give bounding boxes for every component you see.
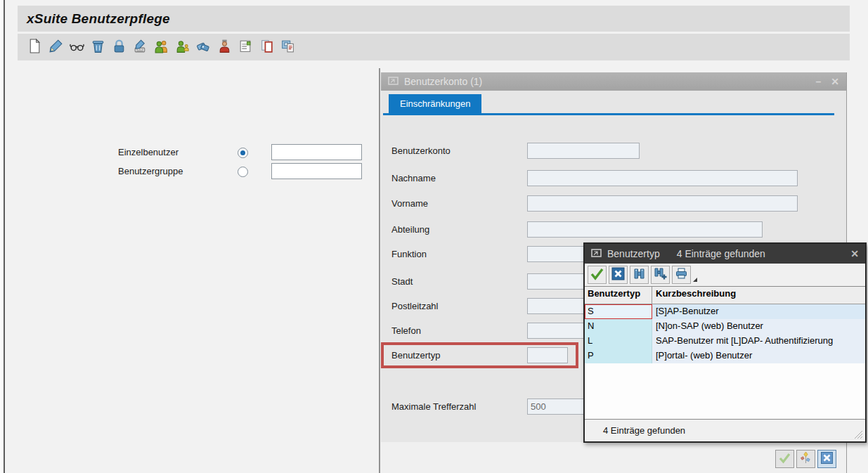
stadt-label: Stadt [391, 276, 413, 287]
nachname-input[interactable] [527, 170, 798, 186]
popup-toolbar [585, 264, 865, 286]
benutzertyp-label: Benutzertyp [391, 350, 440, 361]
einzelbenutzer-input[interactable] [271, 144, 362, 160]
app-titlebar: xSuite Benutzerpflege [18, 6, 850, 32]
benutzergruppe-row: Benutzergruppe [118, 166, 183, 176]
pencil-icon [48, 38, 64, 56]
copy-multiple-icon [280, 38, 296, 56]
table-row-n[interactable]: N [N]on-SAP (web) Benutzer [585, 319, 865, 334]
einzelbenutzer-label: Einzelbenutzer [118, 147, 179, 157]
tags-icon [195, 38, 212, 56]
document-list-button[interactable] [235, 37, 255, 57]
einzelbenutzer-radio[interactable] [238, 148, 248, 158]
find-button[interactable] [630, 266, 649, 284]
cell-desc[interactable]: [N]on-SAP (web) Benutzer [652, 319, 865, 334]
change-password-button[interactable] [130, 37, 150, 57]
display-button[interactable] [67, 37, 86, 57]
popup-close-icon[interactable]: ✕ [850, 248, 859, 259]
ok-check-icon [778, 451, 791, 467]
create-user-button[interactable] [172, 37, 192, 57]
two-users-icon [153, 38, 169, 56]
multiple-selection-icon [799, 451, 812, 467]
benutzergruppe-input[interactable] [271, 163, 362, 179]
copy-multiple-button[interactable] [278, 37, 297, 57]
benutzerkonto-label: Benutzerkonto [391, 145, 451, 156]
funktion-label: Funktion [391, 249, 427, 259]
cell-desc[interactable]: SAP-Benutzer mit [L]DAP- Authentifizieru… [652, 334, 865, 349]
vorname-field-row: Vorname [381, 195, 846, 212]
dialog-titlebar: Benutzerkonto (1) – ✕ [381, 72, 846, 91]
copy-user-button[interactable] [151, 37, 171, 57]
vorname-input[interactable] [527, 195, 798, 212]
benutzergruppe-radio[interactable] [238, 167, 248, 177]
binoculars-plus-icon [653, 266, 668, 283]
popup-cancel-button[interactable] [609, 266, 628, 284]
user-admin-button[interactable] [214, 37, 234, 57]
apply-check-icon [590, 266, 604, 283]
popup-status-bar: 4 Einträge gefunden [585, 420, 865, 441]
popup-window-icon [591, 247, 602, 260]
tab-underline [383, 113, 834, 115]
copy-document-button[interactable] [257, 37, 276, 57]
find-next-button[interactable] [651, 266, 670, 284]
sap-window: xSuite Benutzerpflege Einzelbenutzer Ben… [0, 0, 868, 473]
printer-icon [674, 266, 689, 283]
benutzertyp-table: Benutzertyp Kurzbeschreibung S [S]AP-Ben… [585, 286, 865, 420]
new-document-icon [27, 38, 43, 56]
glasses-icon [69, 38, 85, 56]
cell-typ[interactable]: P [585, 349, 652, 363]
benutzerkonto-input[interactable] [527, 143, 640, 159]
delete-button[interactable] [88, 37, 108, 57]
tags-button[interactable] [193, 37, 213, 57]
lock-button[interactable] [109, 37, 129, 57]
print-button[interactable] [672, 266, 691, 284]
nachname-label: Nachname [391, 173, 436, 183]
popup-title: Benutzertyp [607, 248, 660, 259]
trash-icon [90, 38, 106, 56]
cell-desc[interactable]: [S]AP-Benutzer [652, 304, 865, 319]
minimize-icon[interactable]: – [815, 77, 821, 86]
table-row-p[interactable]: P [P]ortal- (web) Benutzer [585, 349, 865, 363]
abteilung-input[interactable] [527, 221, 763, 238]
dialog-footer [381, 442, 846, 473]
cell-typ[interactable]: N [585, 319, 652, 334]
resize-grip[interactable] [853, 429, 863, 439]
postleitzahl-label: Postleitzahl [391, 301, 438, 311]
nachname-field-row: Nachname [381, 170, 846, 186]
copy-red-icon [259, 38, 275, 56]
window-edge-line [4, 0, 5, 473]
telefon-label: Telefon [391, 325, 421, 336]
abteilung-field-row: Abteilung [381, 221, 846, 238]
multiple-selection-button[interactable] [796, 450, 815, 468]
cell-typ[interactable]: L [585, 334, 652, 349]
print-dropdown-icon[interactable] [693, 278, 697, 282]
binoculars-icon [632, 266, 647, 283]
ok-button[interactable] [775, 450, 794, 468]
einzelbenutzer-row: Einzelbenutzer [118, 147, 179, 157]
popup-titlebar: Benutzertyp 4 Einträge gefunden ✕ [585, 244, 865, 264]
cell-desc[interactable]: [P]ortal- (web) Benutzer [652, 349, 865, 363]
edit-button[interactable] [46, 37, 65, 57]
popup-cancel-icon [611, 266, 626, 283]
abteilung-label: Abteilung [391, 224, 429, 235]
table-row-s[interactable]: S [S]AP-Benutzer [585, 304, 865, 319]
cancel-button[interactable] [817, 450, 836, 468]
popup-subtitle: 4 Einträge gefunden [677, 248, 765, 259]
cancel-x-icon [820, 451, 834, 467]
page-title: xSuite Benutzerpflege [27, 11, 170, 27]
close-icon[interactable]: ✕ [831, 77, 839, 86]
benutzertyp-input[interactable] [527, 347, 568, 363]
new-document-button[interactable] [25, 37, 44, 57]
main-toolbar [18, 34, 850, 60]
apply-button[interactable] [588, 266, 607, 284]
benutzerkonto-field-row: Benutzerkonto [381, 143, 846, 159]
table-row-l[interactable]: L SAP-Benutzer mit [L]DAP- Authentifizie… [585, 334, 865, 349]
lock-icon [111, 38, 127, 56]
status-text: 4 Einträge gefunden [603, 425, 685, 436]
benutzertyp-value-help-popup: Benutzertyp 4 Einträge gefunden ✕ Benutz… [583, 242, 867, 443]
document-list-icon [238, 38, 254, 56]
max-trefferzahl-label: Maximale Trefferzahl [391, 401, 476, 412]
cell-typ[interactable]: S [585, 304, 652, 319]
benutzergruppe-label: Benutzergruppe [118, 166, 183, 176]
tab-einschraenkungen[interactable]: Einschränkungen [389, 94, 481, 113]
